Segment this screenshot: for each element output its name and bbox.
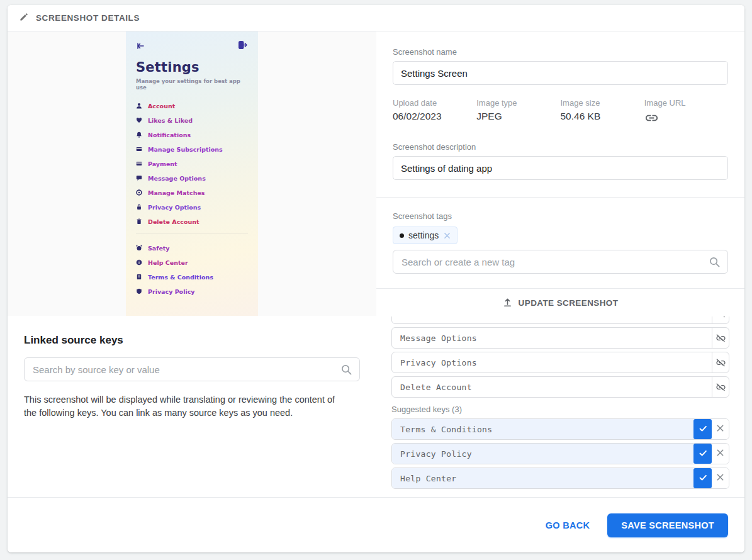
linked-key-name: Privacy Options [392, 352, 712, 372]
image-url-link-icon[interactable] [644, 111, 728, 128]
preview-app-title: Settings [136, 60, 248, 75]
preview-menu-item: Manage Matches [136, 189, 248, 196]
preview-menu-item: Privacy Policy [136, 288, 248, 294]
preview-menu-item: Payment [136, 160, 248, 167]
image-meta: Upload date 06/02/2023 Image type JPEG I… [393, 98, 728, 128]
upload-icon [503, 297, 512, 309]
unlink-icon[interactable] [712, 328, 729, 348]
screenshot-details-card: SCREENSHOT DETAILS Settings Manage your … [8, 5, 744, 552]
preview-menu-label: Message Options [148, 175, 206, 182]
suggested-key-name: Terms & Conditions [392, 419, 693, 439]
preview-menu-icon [136, 259, 142, 266]
suggested-keys-list: Terms & Conditions Privacy Policy [376, 418, 744, 489]
back-arrow-icon [136, 40, 145, 52]
screenshot-tags-label: Screenshot tags [393, 211, 728, 221]
image-type-label: Image type [476, 98, 560, 108]
linked-key-name: Message Options [392, 328, 712, 348]
linked-key-row: Privacy Options [391, 352, 729, 373]
card-header: SCREENSHOT DETAILS [8, 5, 744, 31]
preview-menu-item: Manage Subscriptions [136, 146, 248, 152]
tag-chip-settings[interactable]: settings [393, 227, 457, 244]
preview-menu-icon [136, 274, 142, 280]
linked-source-help-text: This screenshot will be displayed while … [24, 393, 349, 420]
source-key-search-input[interactable] [24, 357, 360, 381]
reject-suggested-key-button[interactable] [712, 444, 729, 464]
right-column: Screenshot name Upload date 06/02/2023 I… [376, 31, 744, 492]
search-icon [340, 364, 352, 378]
screenshot-name-input[interactable] [393, 61, 728, 85]
preview-menu-item: Likes & Liked [136, 117, 248, 123]
preview-menu-icon [136, 160, 142, 167]
reject-suggested-key-button[interactable] [712, 468, 729, 488]
unlink-icon[interactable] [712, 352, 729, 372]
unlink-icon[interactable] [712, 316, 729, 323]
preview-menu-item: Notifications [136, 132, 248, 138]
preview-menu-icon [136, 288, 142, 294]
card-footer: GO BACK SAVE SCREENSHOT [8, 497, 744, 552]
tag-remove-icon[interactable] [443, 232, 451, 240]
preview-divider [136, 233, 248, 233]
linked-key-name: Delete Account [392, 377, 712, 397]
preview-menu-label: Delete Account [148, 218, 199, 225]
tag-search-input[interactable] [393, 250, 728, 274]
linked-key-row: Message Options [391, 327, 729, 349]
screenshot-preview-area: Settings Manage your settings for best a… [8, 31, 376, 316]
screenshot-description-input[interactable] [393, 156, 728, 180]
preview-menu-icon [136, 103, 142, 109]
preview-menu-item: Privacy Options [136, 204, 248, 210]
linked-source-keys-title: Linked source keys [24, 334, 360, 347]
suggested-key-name: Help Center [392, 468, 693, 488]
close-icon [716, 423, 725, 435]
upload-date-value: 06/02/2023 [393, 111, 476, 122]
preview-menu-item: Safety [136, 245, 248, 251]
preview-menu-item: Account [136, 103, 248, 109]
suggested-key-name: Privacy Policy [392, 444, 693, 464]
screenshot-name-label: Screenshot name [393, 47, 728, 57]
preview-menu-icon [136, 245, 142, 251]
preview-menu-item: Delete Account [136, 218, 248, 225]
preview-menu-label: Help Center [148, 259, 188, 266]
preview-menu-label: Safety [148, 245, 170, 252]
preview-menu-label: Privacy Policy [148, 288, 194, 295]
preview-menu-item: Message Options [136, 175, 248, 181]
preview-menu-item: Help Center [136, 259, 248, 266]
accept-suggested-key-button[interactable] [693, 419, 712, 439]
accept-suggested-key-button[interactable] [693, 444, 712, 464]
go-back-button[interactable]: GO BACK [546, 520, 590, 530]
image-url-label: Image URL [644, 98, 728, 108]
reject-suggested-key-button[interactable] [712, 419, 729, 439]
preview-menu-label: Privacy Options [148, 204, 201, 211]
preview-menu-item: Terms & Conditions [136, 274, 248, 280]
accept-suggested-key-button[interactable] [693, 468, 712, 488]
check-icon [698, 448, 708, 460]
preview-menu-label: Account [148, 103, 175, 109]
preview-menu-icon [136, 204, 142, 210]
preview-menu-icon [136, 175, 142, 181]
preview-menu-label: Manage Subscriptions [148, 146, 223, 153]
check-icon [698, 473, 708, 484]
logout-icon [238, 40, 248, 52]
preview-menu-label: Notifications [148, 132, 191, 138]
preview-menu-icon [136, 189, 142, 196]
screenshot-description-label: Screenshot description [393, 142, 728, 152]
unlink-icon[interactable] [712, 377, 729, 397]
preview-menu-secondary: Safety Help Center Terms & Conditions [136, 245, 248, 294]
image-size-value: 50.46 KB [561, 111, 644, 122]
suggested-key-row: Terms & Conditions [391, 418, 729, 440]
check-icon [698, 423, 708, 435]
suggested-keys-label: Suggested keys (3) [376, 401, 744, 418]
linked-key-name [392, 316, 712, 323]
preview-menu-icon [136, 117, 142, 123]
linked-source-keys-section: Linked source keys This screenshot will … [8, 316, 376, 420]
update-screenshot-button[interactable]: UPDATE SCREENSHOT [503, 297, 619, 309]
image-size-label: Image size [561, 98, 644, 108]
preview-menu-label: Manage Matches [148, 189, 205, 196]
preview-menu-icon [136, 132, 142, 138]
save-screenshot-button[interactable]: SAVE SCREENSHOT [607, 513, 728, 537]
preview-menu-primary: Account Likes & Liked Notifications [136, 103, 248, 225]
linked-keys-list[interactable]: Message Options Privacy Options Delete A… [376, 316, 744, 401]
preview-menu-icon [136, 146, 142, 152]
page-title: SCREENSHOT DETAILS [36, 13, 140, 23]
suggested-key-row: Help Center [391, 468, 729, 489]
pencil-icon [19, 12, 29, 25]
